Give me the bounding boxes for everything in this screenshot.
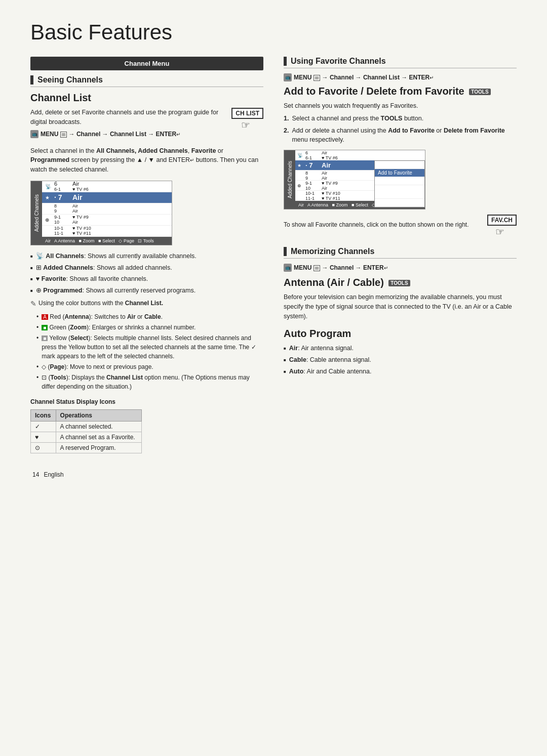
auto-program-list: Air: Air antenna signal. Cable: Cable an… xyxy=(284,344,517,376)
context-menu-item-add-fav: Add to Favorite xyxy=(375,169,424,177)
memorizing-header: Memorizing Channels xyxy=(284,247,517,259)
page-number: 14 English xyxy=(30,469,263,479)
context-menu-item-select-all: Select All xyxy=(375,199,424,207)
context-menu: Delete Add to Favorite Timer Viewing Cha… xyxy=(374,160,425,207)
screen-sidebar: Added Channels xyxy=(31,181,42,245)
bullet-item: ⊞ Added Channels: Shows all added channe… xyxy=(30,263,263,273)
fav-screen-content: 📡 66-1 Air♥ TV #6 ★ · 7 Air Delete Add t… xyxy=(295,150,425,209)
using-favorite-header: Using Favorite Channels xyxy=(284,57,517,68)
channel-list-desc: Add, delete or set Favorite channels and… xyxy=(30,108,222,127)
add-favorite-steps: 1. Select a channel and press the TOOLS … xyxy=(284,114,517,145)
add-favorite-desc: Set channels you watch frequently as Fav… xyxy=(284,101,517,111)
step-item: 1. Select a channel and press the TOOLS … xyxy=(284,114,517,123)
table-cell-operation: A channel set as a Favorite. xyxy=(56,432,141,442)
auto-program-item: Air: Air antenna signal. xyxy=(284,344,517,353)
remote-icon: 📺 xyxy=(30,130,38,138)
seeing-channels-title: Seeing Channels xyxy=(37,75,103,85)
channel-list-bullets: 📡 All Channels: Shows all currently avai… xyxy=(30,251,263,296)
hand-icon-fav: ☞ xyxy=(495,226,504,238)
table-row: ♥ A channel set as a Favorite. xyxy=(31,432,142,442)
table-header-operations: Operations xyxy=(56,409,141,421)
page-title: Basic Features xyxy=(30,20,517,45)
left-column: Channel Menu Seeing Channels Channel Lis… xyxy=(30,57,263,479)
table-title: Channel Status Display Icons xyxy=(30,398,263,405)
note-line: ✎ Using the color buttons with the Chann… xyxy=(30,299,263,309)
bullet-item: ♥ Favorite: Shows all favorite channels. xyxy=(30,274,263,284)
context-menu-item-timer: Timer Viewing xyxy=(375,177,424,185)
screen-content: 📡 66-1 Air♥ TV #6 ★ · 7 Air 89 AirAir xyxy=(42,181,172,245)
tools-badge: TOOLS xyxy=(469,89,490,95)
screen-sidebar-text: Added Channels xyxy=(34,194,40,232)
channel-list-menu-path: 📺 MENU III → Channel → Channel List → EN… xyxy=(30,130,222,138)
using-favorite-menu-path: 📺 MENU III → Channel → Channel List → EN… xyxy=(284,73,517,81)
section-bar xyxy=(284,57,287,66)
antenna-tools-badge: TOOLS xyxy=(388,280,410,286)
fav-screen: Added Channels 📡 66-1 Air♥ TV #6 ★ · 7 A… xyxy=(284,150,425,209)
memorizing-menu-path: 📺 MENU III → Channel → ENTER↵ xyxy=(284,264,517,272)
context-menu-item-name-edit: Channel Name Edit xyxy=(375,185,424,199)
table-row: ✓ A channel selected. xyxy=(31,421,142,432)
remote-icon-mem: 📺 xyxy=(284,264,292,272)
table-cell-operation: A reserved Program. xyxy=(56,442,141,453)
fav-desc-row: To show all Favorite channels, click on … xyxy=(284,215,517,238)
channel-list-title: Channel List xyxy=(30,92,263,104)
screen-row: 89 AirAir xyxy=(42,203,172,215)
table-header-icons: Icons xyxy=(31,409,56,421)
auto-program-item: Cable: Cable antenna signal. xyxy=(284,355,517,365)
table-cell-icon: ⊙ xyxy=(31,442,56,453)
remote-icon-fav: 📺 xyxy=(284,73,292,81)
sub-bullet-item: ◇ (Page): Move to next or previous page. xyxy=(36,362,263,371)
using-favorite-title: Using Favorite Channels xyxy=(291,57,386,66)
icons-table: Icons Operations ✓ A channel selected. ♥… xyxy=(30,409,142,453)
channel-list-screen: Added Channels 📡 66-1 Air♥ TV #6 ★ · 7 A… xyxy=(30,181,172,245)
screen-row: ★ · 7 Air xyxy=(42,192,172,203)
section-bar xyxy=(284,247,287,256)
fav-screen-row-selected: ★ · 7 Air Delete Add to Favorite Timer V… xyxy=(295,160,425,171)
bullet-item: 📡 All Channels: Shows all currently avai… xyxy=(30,251,263,261)
channel-list-select-desc: Select a channel in the All Channels, Ad… xyxy=(30,146,263,175)
antenna-desc: Before your television can begin memoriz… xyxy=(284,292,517,321)
sub-bullet-list: A Red (Antenna): Switches to Air or Cabl… xyxy=(36,312,263,391)
fav-screen-sidebar: Added Channels xyxy=(284,150,295,209)
table-row: ⊙ A reserved Program. xyxy=(31,442,142,453)
step-item: 2. Add or delete a channel using the Add… xyxy=(284,126,517,145)
channel-menu-box: Channel Menu xyxy=(30,57,263,70)
auto-program-title: Auto Program xyxy=(284,328,517,340)
section-bar xyxy=(30,75,33,85)
table-cell-icon: ✓ xyxy=(31,421,56,432)
sub-bullet-item: ■ Green (Zoom): Enlarges or shrinks a ch… xyxy=(36,323,263,332)
add-favorite-title: Add to Favorite / Delete from Favorite T… xyxy=(284,86,517,97)
fav-desc: To show all Favorite channels, click on … xyxy=(284,220,478,229)
favch-badge: FAV.CH xyxy=(487,215,517,226)
table-cell-icon: ♥ xyxy=(31,432,56,442)
screen-row: 10-111-1 ♥ TV #10♥ TV #11 xyxy=(42,226,172,237)
sub-bullet-item: ⊡ (Tools): Displays the Channel List opt… xyxy=(36,373,263,391)
screen-row: ⊕ 9-110 ♥ TV #9Air xyxy=(42,215,172,226)
sub-bullet-item: A Red (Antenna): Switches to Air or Cabl… xyxy=(36,312,263,321)
screen-footer: Air A Antenna ■ Zoom ■ Select ◇ Page ⊡ T… xyxy=(42,237,172,245)
right-column: Using Favorite Channels 📺 MENU III → Cha… xyxy=(284,57,517,479)
chlist-badge: CH LIST xyxy=(231,108,263,119)
table-cell-operation: A channel selected. xyxy=(56,421,141,432)
sub-bullet-item: ■ Yellow (Select): Selects multiple chan… xyxy=(36,333,263,361)
bullet-item: ⊕ Programmed: Shows all currently reserv… xyxy=(30,286,263,296)
menu-path-text: MENU III → Channel → Channel List → ENTE… xyxy=(41,131,180,138)
seeing-channels-header: Seeing Channels xyxy=(30,75,263,87)
screen-row: 📡 66-1 Air♥ TV #6 xyxy=(42,181,172,192)
fav-screen-row: 📡 66-1 Air♥ TV #6 xyxy=(295,150,425,160)
context-menu-item-delete: Delete xyxy=(375,161,424,169)
antenna-title: Antenna (Air / Cable) TOOLS xyxy=(284,277,517,288)
auto-program-item: Auto: Air and Cable antenna. xyxy=(284,367,517,376)
hand-icon: ☞ xyxy=(241,119,250,131)
memorizing-title: Memorizing Channels xyxy=(291,247,374,256)
